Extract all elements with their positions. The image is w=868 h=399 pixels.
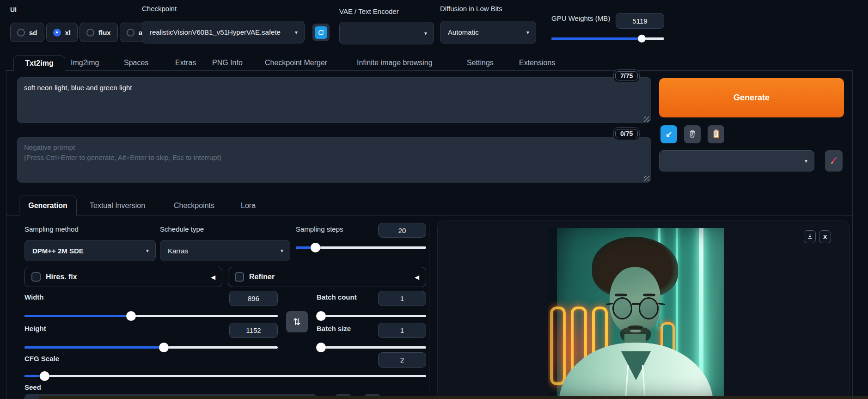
chevron-down-icon: ▼: [423, 31, 428, 36]
tab-infinite-image-browsing[interactable]: Infinite image browsing: [357, 59, 433, 67]
tab-txt2img[interactable]: Txt2img: [13, 55, 65, 71]
tab-spaces[interactable]: Spaces: [124, 59, 148, 67]
gpu-weights-label: GPU Weights (MB): [551, 14, 610, 22]
refresh-icon: [315, 26, 327, 39]
ui-option-sd[interactable]: sd: [10, 23, 44, 42]
negative-token-counter: 0/75: [613, 127, 640, 140]
tab-png-info[interactable]: PNG Info: [212, 59, 243, 67]
ui-option-flux[interactable]: flux: [79, 23, 118, 42]
txt2img-panel: [6, 70, 853, 399]
ui-option-label: xl: [65, 29, 71, 37]
tab-img2img[interactable]: Img2img: [71, 59, 99, 67]
ui-section-label: UI: [10, 6, 17, 13]
checkpoint-select[interactable]: realisticVisionV60B1_v51HyperVAE.safete …: [142, 21, 305, 43]
ui-radio-group: sd xl flux all: [10, 23, 153, 42]
radio-checked-icon: [53, 29, 61, 37]
tab-settings[interactable]: Settings: [467, 59, 494, 67]
refresh-checkpoint-button[interactable]: [312, 24, 330, 41]
prompt-token-counter: 7/75: [613, 69, 640, 82]
app-root: UI sd xl flux all Checkpoint realisticVi…: [0, 0, 868, 399]
vae-select[interactable]: ▼: [339, 22, 434, 44]
low-bits-value: Automatic: [448, 28, 479, 36]
radio-icon: [17, 29, 25, 37]
ui-option-label: sd: [29, 29, 37, 37]
gpu-weights-input[interactable]: [616, 13, 664, 29]
tab-checkpoint-merger[interactable]: Checkpoint Merger: [265, 59, 327, 67]
tab-generation[interactable]: Generation: [19, 196, 77, 216]
vae-label: VAE / Text Encoder: [339, 7, 399, 15]
chevron-down-icon: ▼: [294, 30, 299, 35]
counter-value: 0/75: [615, 129, 638, 138]
low-bits-label: Diffusion in Low Bits: [440, 5, 502, 12]
checkpoint-value: realisticVisionV60B1_v51HyperVAE.safete: [150, 28, 281, 36]
chevron-down-icon: ▼: [526, 30, 530, 35]
radio-icon: [86, 29, 94, 37]
gpu-weights-slider[interactable]: [551, 34, 664, 43]
counter-value: 7/75: [615, 71, 638, 80]
tab-extensions[interactable]: Extensions: [519, 59, 555, 67]
low-bits-select[interactable]: Automatic ▼: [440, 21, 536, 43]
checkpoint-label: Checkpoint: [142, 5, 177, 12]
ui-option-xl[interactable]: xl: [46, 23, 78, 42]
tab-extras[interactable]: Extras: [175, 59, 196, 67]
ui-option-label: flux: [98, 29, 111, 37]
slider-fill: [551, 37, 642, 40]
radio-icon: [127, 29, 134, 37]
slider-thumb[interactable]: [638, 35, 646, 43]
